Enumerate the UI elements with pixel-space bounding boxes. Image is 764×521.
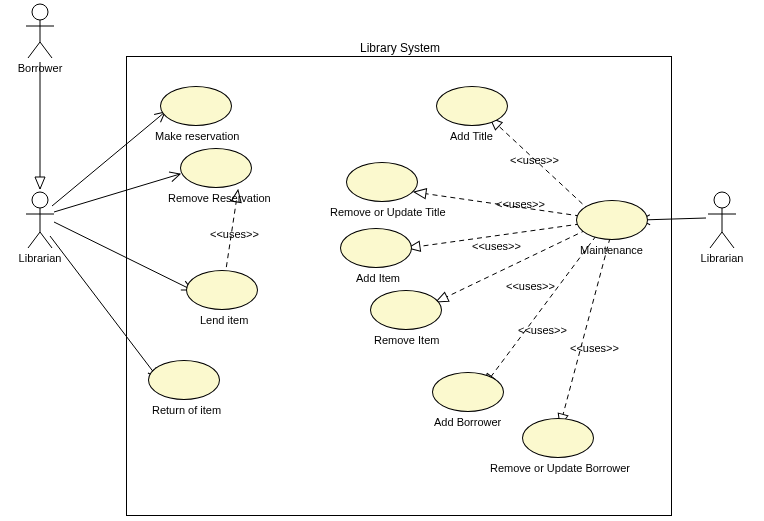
actor-borrower-icon <box>26 4 54 58</box>
usecase-remove-update-title-label: Remove or Update Title <box>330 206 446 218</box>
usecase-remove-reservation-label: Remove Reservation <box>168 192 271 204</box>
usecase-remove-update-borrower-label: Remove or Update Borrower <box>490 462 630 474</box>
svg-line-17 <box>54 174 180 212</box>
actor-librarian-right-label: Librarian <box>696 252 748 264</box>
svg-line-16 <box>52 112 165 206</box>
stereo-uses-removeitem: <<uses>> <box>506 280 555 292</box>
usecase-add-item-label: Add Item <box>356 272 400 284</box>
svg-line-18 <box>54 222 192 290</box>
svg-line-9 <box>40 232 52 248</box>
usecase-remove-reservation <box>180 148 252 188</box>
usecase-add-borrower <box>432 372 504 412</box>
usecase-return-item <box>148 360 220 400</box>
svg-point-5 <box>32 192 48 208</box>
actor-librarian-left-label: Librarian <box>14 252 66 264</box>
svg-line-27 <box>560 238 610 426</box>
svg-line-3 <box>28 42 40 58</box>
svg-line-4 <box>40 42 52 58</box>
svg-line-26 <box>484 236 596 386</box>
usecase-maintenance-label: Maintenance <box>580 244 643 256</box>
usecase-make-reservation <box>160 86 232 126</box>
usecase-add-borrower-label: Add Borrower <box>434 416 501 428</box>
usecase-add-title-label: Add Title <box>450 130 493 142</box>
usecase-remove-item <box>370 290 442 330</box>
actor-librarian-right-icon <box>708 192 736 248</box>
stereo-uses-addborrower: <<uses>> <box>518 324 567 336</box>
svg-line-8 <box>28 232 40 248</box>
usecase-remove-item-label: Remove Item <box>374 334 439 346</box>
stereo-uses-rupborrower: <<uses>> <box>570 342 619 354</box>
stereo-uses-addtitle: <<uses>> <box>510 154 559 166</box>
stereo-uses-ruptitle: <<uses>> <box>496 198 545 210</box>
usecase-add-title <box>436 86 508 126</box>
usecase-add-item <box>340 228 412 268</box>
svg-point-0 <box>32 4 48 20</box>
stereo-uses-lend: <<uses>> <box>210 228 259 240</box>
diagram-canvas: Library System <box>0 0 764 521</box>
svg-line-14 <box>722 232 734 248</box>
actor-borrower-label: Borrower <box>14 62 66 74</box>
stereo-uses-additem: <<uses>> <box>472 240 521 252</box>
usecase-maintenance <box>576 200 648 240</box>
svg-point-10 <box>714 192 730 208</box>
svg-line-21 <box>640 218 706 220</box>
usecase-return-item-label: Return of item <box>152 404 221 416</box>
usecase-lend-item <box>186 270 258 310</box>
svg-line-19 <box>50 236 158 378</box>
usecase-remove-update-title <box>346 162 418 202</box>
svg-line-13 <box>710 232 722 248</box>
usecase-lend-item-label: Lend item <box>200 314 248 326</box>
usecase-remove-update-borrower <box>522 418 594 458</box>
usecase-make-reservation-label: Make reservation <box>155 130 239 142</box>
actor-librarian-left-icon <box>26 192 54 248</box>
